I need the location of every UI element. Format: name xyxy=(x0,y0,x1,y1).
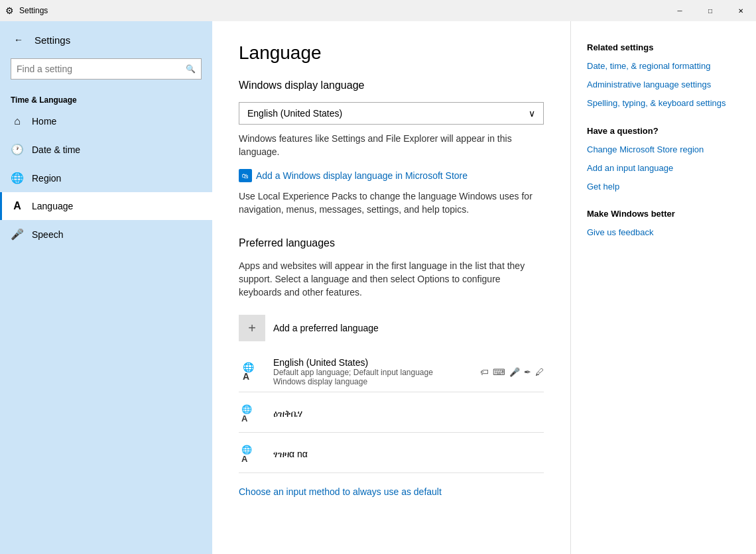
give-feedback-link[interactable]: Give us feedback xyxy=(587,227,740,239)
language-info-2: ዕዝቅቤሃ xyxy=(273,408,544,419)
plus-icon: + xyxy=(239,315,265,341)
language-icon: A xyxy=(11,200,24,212)
svg-text:A: A xyxy=(241,454,248,464)
svg-text:A: A xyxy=(243,371,249,382)
question-link-store-region[interactable]: Change Microsoft Store region xyxy=(587,144,740,156)
language-icon-english: 🌐 A xyxy=(239,359,265,385)
local-packs-desc: Use Local Experience Packs to change the… xyxy=(239,190,544,216)
have-question-section: Have a question? Change Microsoft Store … xyxy=(587,126,740,194)
sidebar-header: ← Settings xyxy=(0,21,212,53)
add-language-label: Add a preferred language xyxy=(273,323,379,333)
language-detail-english: Default app language; Default input lang… xyxy=(273,368,472,386)
language-item-3[interactable]: 🌐 A ፃዝዛα nα xyxy=(239,435,544,473)
region-icon: 🌐 xyxy=(11,172,24,184)
sidebar-item-region-label: Region xyxy=(32,173,61,184)
question-link-get-help[interactable]: Get help xyxy=(587,181,740,193)
sidebar-section-label: Time & Language xyxy=(0,90,212,107)
related-link-admin-language[interactable]: Administrative language settings xyxy=(587,79,740,91)
sidebar-nav: ⌂ Home 🕐 Date & time 🌐 Region A Language… xyxy=(0,107,212,249)
language-badges-english: 🏷 ⌨ 🎤 ✒ 🖊 xyxy=(480,367,544,377)
display-language-section: Windows display language English (United… xyxy=(239,80,544,216)
page-title: Language xyxy=(239,42,544,64)
sidebar-item-language-label: Language xyxy=(32,201,73,211)
question-link-input-language[interactable]: Add an input language xyxy=(587,162,740,174)
badge-pen-icon: ✒ xyxy=(524,367,531,377)
sidebar-item-speech-label: Speech xyxy=(32,229,63,240)
badge-edit-icon: 🖊 xyxy=(535,367,544,377)
display-language-title: Windows display language xyxy=(239,80,544,91)
language-info-3: ፃዝዛα nα xyxy=(273,449,544,460)
display-language-desc: Windows features like Settings and File … xyxy=(239,133,544,158)
sidebar-item-speech[interactable]: 🎤 Speech xyxy=(0,220,212,249)
content-area: Language Windows display language Englis… xyxy=(212,21,756,554)
maximize-button[interactable]: □ xyxy=(695,0,725,21)
sidebar-app-title: Settings xyxy=(34,34,70,46)
close-button[interactable]: ✕ xyxy=(725,0,756,21)
sidebar-item-language[interactable]: A Language xyxy=(0,192,212,220)
sidebar-item-region[interactable]: 🌐 Region xyxy=(0,164,212,192)
related-link-date-time[interactable]: Date, time, & regional formatting xyxy=(587,60,740,72)
date-time-icon: 🕐 xyxy=(11,143,24,156)
sidebar-item-home-label: Home xyxy=(32,116,56,127)
add-language-button[interactable]: + Add a preferred language xyxy=(239,309,544,347)
store-link[interactable]: 🛍 Add a Windows display language in Micr… xyxy=(239,169,544,182)
right-panel: Related settings Date, time, & regional … xyxy=(570,21,756,554)
make-better-title: Make Windows better xyxy=(587,209,740,219)
language-name-english: English (United States) xyxy=(273,357,472,368)
language-item-english[interactable]: 🌐 A English (United States) Default app … xyxy=(239,352,544,392)
titlebar-left: ⚙ Settings xyxy=(5,5,48,16)
language-item-2[interactable]: 🌐 A ዕዝቅቤሃ xyxy=(239,395,544,433)
sidebar-item-date-time[interactable]: 🕐 Date & time xyxy=(0,135,212,164)
sidebar: ← Settings 🔍 Time & Language ⌂ Home 🕐 Da… xyxy=(0,21,212,554)
back-button[interactable]: ← xyxy=(11,32,27,48)
language-icon-2: 🌐 A xyxy=(239,400,265,427)
preferred-languages-section: Preferred languages Apps and websites wi… xyxy=(239,237,544,498)
svg-text:A: A xyxy=(241,414,248,423)
language-icon-3: 🌐 A xyxy=(239,441,265,467)
minimize-button[interactable]: ─ xyxy=(664,0,695,21)
search-input[interactable] xyxy=(17,64,186,74)
app-body: ← Settings 🔍 Time & Language ⌂ Home 🕐 Da… xyxy=(0,21,756,554)
badge-tag-icon: 🏷 xyxy=(480,367,489,377)
make-better-section: Make Windows better Give us feedback xyxy=(587,209,740,239)
store-link-label: Add a Windows display language in Micros… xyxy=(256,170,468,181)
speech-icon: 🎤 xyxy=(11,228,24,241)
language-name-3: ፃዝዛα nα xyxy=(273,449,544,460)
titlebar-controls: ─ □ ✕ xyxy=(664,0,756,21)
sidebar-item-home[interactable]: ⌂ Home xyxy=(0,107,212,135)
related-link-spelling[interactable]: Spelling, typing, & keyboard settings xyxy=(587,97,740,109)
home-icon: ⌂ xyxy=(11,115,24,127)
language-info-english: English (United States) Default app lang… xyxy=(273,357,472,386)
sidebar-item-date-time-label: Date & time xyxy=(32,144,80,155)
app-icon: ⚙ xyxy=(5,5,14,16)
preferred-languages-title: Preferred languages xyxy=(239,237,544,249)
related-settings-title: Related settings xyxy=(587,42,740,52)
preferred-languages-desc: Apps and websites will appear in the fir… xyxy=(239,260,544,299)
chevron-down-icon: ∨ xyxy=(529,108,535,119)
language-name-2: ዕዝቅቤሃ xyxy=(273,408,544,419)
badge-keyboard-icon: ⌨ xyxy=(493,367,505,377)
choose-input-link[interactable]: Choose an input method to always use as … xyxy=(239,486,442,497)
dropdown-value: English (United States) xyxy=(247,108,342,119)
badge-mic-icon: 🎤 xyxy=(509,367,520,377)
main-content: Language Windows display language Englis… xyxy=(212,21,570,554)
search-icon: 🔍 xyxy=(186,64,196,74)
titlebar-title: Settings xyxy=(19,6,48,15)
search-box[interactable]: 🔍 xyxy=(11,58,202,80)
store-icon: 🛍 xyxy=(239,169,252,182)
have-question-title: Have a question? xyxy=(587,126,740,136)
language-dropdown[interactable]: English (United States) ∨ xyxy=(239,102,544,125)
titlebar: ⚙ Settings ─ □ ✕ xyxy=(0,0,756,21)
